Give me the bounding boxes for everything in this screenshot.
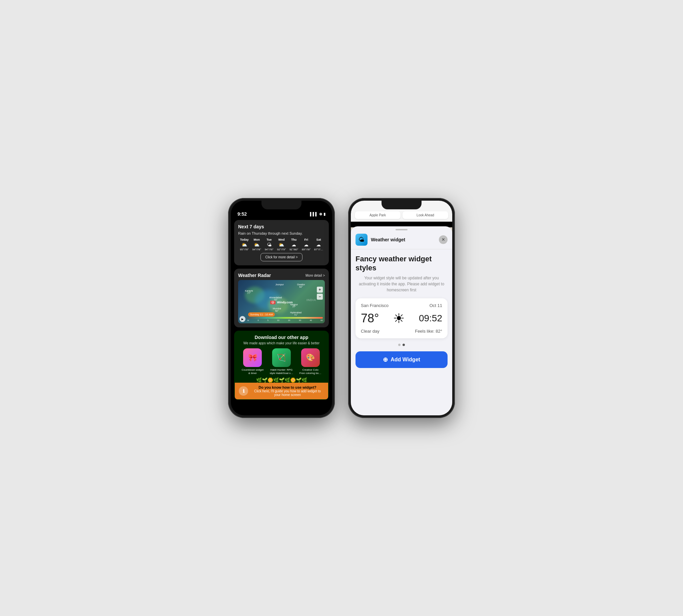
notch	[261, 201, 301, 209]
widget-city: San Francisco	[361, 303, 388, 308]
add-widget-label: Add Widget	[390, 357, 420, 363]
modal-sheet[interactable]: 🌤 Weather widget ✕ Fancy weather widget …	[351, 226, 452, 415]
download-subtitle: We made apps which make your life easier…	[238, 341, 325, 345]
orange-bar[interactable]: ℹ Do you know how to use widget? Click h…	[235, 383, 328, 399]
windy-badge: ⓤ Windy.com	[270, 299, 293, 305]
widget-date: Oct 11	[430, 303, 442, 308]
radar-title: Weather Radar	[238, 273, 271, 278]
habit-app-icon: 🏹	[272, 348, 291, 367]
left-phone: 9:52 ▌▌▌ ⊛ ▮ Next 7 days Rain on Thursda…	[228, 198, 335, 418]
plus-icon: ⊕	[383, 356, 388, 363]
modal-content: Fancy weather widget styles Your widget …	[351, 249, 452, 373]
zoom-in-button[interactable]: +	[317, 287, 323, 293]
next7days-subtitle: Rain on Thursday through next Sunday.	[238, 231, 325, 235]
maps-tab-look-ahead[interactable]: Look Ahead	[403, 211, 448, 219]
app-grid: 🎀 Countdown widget& timer 🏹 Habit Hunter…	[238, 348, 325, 375]
modal-subtitle: Your widget style will be updated after …	[356, 275, 448, 293]
radar-scale: kt051020304060	[248, 317, 323, 321]
widget-row3: Clear day Feels like: 82°	[361, 329, 442, 334]
app-habit[interactable]: 🏹 Habit Hunter: RPGstyle Habit/Goal s…	[268, 348, 295, 375]
modal-main-title: Fancy weather widget styles	[356, 255, 448, 272]
right-phone: Apple Park Look Ahead 🌤 Weather widget ✕	[348, 198, 455, 418]
radar-time-badge: Sunday 11 - 10 AM	[248, 312, 275, 317]
forecast-today: Today ⛅ 95°/78°	[238, 238, 251, 251]
dot-2	[403, 344, 405, 346]
widget-row2: 78° ☀ 09:52	[361, 311, 442, 326]
windy-text: Windy.com	[277, 301, 293, 304]
radar-more-detail[interactable]: More detail >	[305, 274, 325, 277]
forecast-thu: Thu ☁ 91°/80°	[288, 238, 300, 251]
city-gwalior: Gwalior82°	[297, 283, 305, 288]
widget-sun-icon: ☀	[393, 311, 405, 326]
habit-app-name: Habit Hunter: RPGstyle Habit/Goal s…	[268, 368, 295, 375]
scene: 9:52 ▌▌▌ ⊛ ▮ Next 7 days Rain on Thursda…	[228, 198, 455, 418]
orange-subtitle: Click here, I'll guide you how to add wi…	[251, 389, 324, 397]
widget-row1: San Francisco Oct 11	[361, 303, 442, 308]
add-widget-button[interactable]: ⊕ Add Widget	[356, 351, 448, 368]
app-color[interactable]: 🎨 Creative ColoFree coloring bo…	[297, 348, 324, 375]
radar-zoom: + −	[317, 287, 323, 300]
radar-card: Weather Radar More detail > Karachi77° J…	[234, 269, 329, 327]
widget-condition: Clear day	[361, 329, 380, 334]
modal-handle[interactable]	[396, 229, 408, 230]
modal-close-button[interactable]: ✕	[439, 235, 448, 244]
maps-tab-apple-park[interactable]: Apple Park	[355, 211, 401, 219]
modal-app-icon: 🌤	[356, 234, 367, 246]
weather-content[interactable]: Next 7 days Rain on Thursday through nex…	[231, 218, 332, 415]
orange-title: Do you know how to use widget?	[251, 385, 324, 389]
download-title: Download our other app	[238, 335, 325, 340]
color-app-icon: 🎨	[301, 348, 320, 367]
forecast-row: Today ⛅ 95°/78° Mon ⛅ 94°/78° Tue	[238, 238, 325, 251]
city-joonpur: Joonpur	[275, 283, 284, 286]
widget-temp: 78°	[361, 311, 379, 325]
widget-preview: San Francisco Oct 11 78° ☀ 09:52 Clear d…	[356, 298, 448, 338]
app-countdown[interactable]: 🎀 Countdown widget& timer	[239, 348, 266, 375]
grass-decoration: 🌿🌱🌼🌿🌱🌿🌼🌱🌿	[238, 377, 325, 383]
zoom-out-button[interactable]: −	[317, 294, 323, 300]
forecast-tue: Tue 🌤 94°/76°	[263, 238, 275, 251]
forecast-wed: Wed ⛅ 92°/79°	[275, 238, 287, 251]
countdown-app-icon: 🎀	[243, 348, 262, 367]
signal-icon: ▌▌▌	[310, 212, 318, 216]
modal-app-name: Weather widget	[371, 237, 439, 242]
click-for-detail-button[interactable]: Click for more detail >	[260, 253, 303, 261]
dots-indicator	[356, 344, 448, 346]
forecast-mon: Mon ⛅ 94°/78°	[251, 238, 263, 251]
status-time: 9:52	[237, 211, 247, 217]
radar-play-button[interactable]: ▶	[239, 316, 246, 322]
radar-header: Weather Radar More detail >	[238, 273, 325, 278]
india-label: INDIA	[306, 298, 316, 302]
dot-1	[398, 344, 401, 346]
forecast-sat: Sat ☁ 87°/7…	[313, 238, 325, 251]
orange-bar-text: Do you know how to use widget? Click her…	[251, 385, 324, 397]
widget-feels-like: Feels like: 82°	[415, 329, 442, 334]
city-karachi: Karachi77°	[245, 290, 253, 294]
city-mumbai: Mumbai62°	[273, 307, 281, 312]
widget-time: 09:52	[419, 313, 442, 324]
battery-icon: ▮	[323, 212, 325, 216]
modal-header: 🌤 Weather widget ✕	[351, 234, 452, 249]
wifi-icon: ⊛	[319, 212, 322, 216]
download-card: Download our other app We made apps whic…	[234, 331, 329, 400]
next7days-card: Next 7 days Rain on Thursday through nex…	[234, 220, 329, 265]
next7days-title: Next 7 days	[238, 224, 325, 229]
info-icon: ℹ	[239, 386, 248, 396]
city-hyderabad: Hyderabad71°	[290, 311, 301, 316]
forecast-fri: Fri ☁ 89°/78°	[300, 238, 313, 251]
right-notch	[382, 201, 422, 209]
status-icons: ▌▌▌ ⊛ ▮	[310, 212, 325, 216]
color-app-name: Creative ColoFree coloring bo…	[297, 368, 324, 375]
countdown-app-name: Countdown widget& timer	[239, 368, 266, 375]
radar-map[interactable]: Karachi77° Joonpur Gwalior82° Ahmedabad7…	[238, 280, 325, 323]
